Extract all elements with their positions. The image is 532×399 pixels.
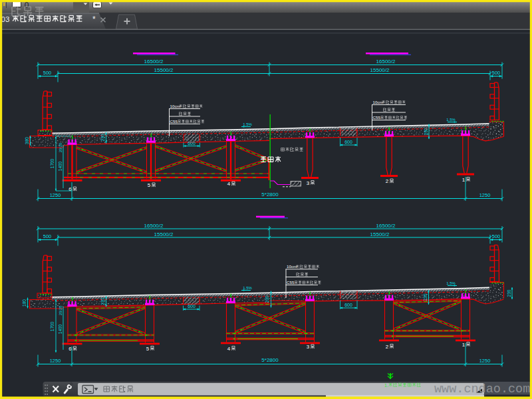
svg-text:*: *: [92, 15, 96, 24]
svg-text:6: 6: [68, 186, 72, 192]
svg-text:5*2800: 5*2800: [261, 192, 279, 198]
svg-text:16500/2: 16500/2: [376, 223, 396, 229]
svg-text:380: 380: [25, 137, 29, 144]
svg-text:16500/2: 16500/2: [144, 59, 164, 65]
svg-text:600: 600: [344, 140, 352, 144]
svg-text:600: 600: [188, 141, 196, 146]
svg-text:15500/2: 15500/2: [370, 67, 390, 73]
svg-text:1: 1: [462, 177, 466, 183]
svg-text:500: 500: [43, 233, 52, 239]
svg-text:5: 5: [146, 346, 150, 352]
svg-text:500: 500: [43, 70, 52, 76]
svg-text:1400: 1400: [58, 324, 63, 334]
svg-text:1250: 1250: [479, 192, 491, 198]
svg-text:1.5%: 1.5%: [446, 281, 456, 285]
svg-text:5*2800: 5*2800: [261, 357, 279, 363]
svg-text:1400: 1400: [58, 161, 63, 171]
svg-text:230: 230: [100, 134, 105, 141]
svg-text:1250: 1250: [50, 358, 61, 364]
svg-text:600: 600: [188, 304, 196, 309]
svg-text:1.5%: 1.5%: [243, 286, 252, 290]
svg-text:4: 4: [227, 181, 231, 187]
svg-text:230: 230: [423, 293, 428, 301]
svg-text:250: 250: [424, 128, 428, 135]
svg-text:180: 180: [22, 299, 27, 307]
svg-text:1: 1: [462, 342, 466, 348]
svg-text:16500/2: 16500/2: [144, 223, 164, 229]
svg-text:1.5%: 1.5%: [446, 118, 456, 122]
svg-text:www.cndao.com: www.cndao.com: [434, 382, 530, 396]
svg-text:6: 6: [68, 346, 72, 352]
svg-text:2: 2: [386, 178, 389, 184]
svg-text:2: 2: [386, 344, 389, 350]
svg-text:1.: 1.: [384, 383, 388, 388]
svg-text:15500/2: 15500/2: [154, 231, 174, 237]
svg-text:1250: 1250: [479, 358, 491, 364]
svg-text:4: 4: [227, 346, 231, 352]
svg-text:5: 5: [148, 182, 151, 188]
svg-text:3: 3: [307, 344, 310, 350]
svg-text:230: 230: [507, 289, 511, 297]
svg-text:C55: C55: [287, 280, 295, 285]
svg-text:1700: 1700: [50, 158, 55, 168]
svg-text:230: 230: [100, 297, 105, 305]
svg-text:500: 500: [492, 70, 501, 76]
svg-text:1700: 1700: [50, 321, 55, 331]
svg-text:3: 3: [307, 180, 310, 186]
svg-text:20/20: 20/20: [59, 306, 63, 316]
svg-text:15500/2: 15500/2: [370, 231, 390, 237]
svg-text:15500/2: 15500/2: [154, 67, 174, 73]
svg-text:C55: C55: [373, 115, 381, 120]
svg-text:500: 500: [492, 233, 501, 239]
svg-text:1.5%: 1.5%: [243, 122, 252, 126]
svg-text:20/20: 20/20: [59, 143, 63, 153]
svg-text:10cm: 10cm: [287, 264, 297, 269]
svg-text:600: 600: [344, 303, 352, 307]
svg-text:230: 230: [265, 295, 269, 303]
svg-text:16500/2: 16500/2: [376, 59, 396, 65]
svg-text:C55: C55: [170, 119, 178, 124]
svg-text:10cm: 10cm: [170, 104, 180, 108]
svg-text:03: 03: [1, 15, 10, 23]
svg-text:1250: 1250: [50, 192, 61, 198]
svg-text:10cm: 10cm: [373, 100, 383, 104]
